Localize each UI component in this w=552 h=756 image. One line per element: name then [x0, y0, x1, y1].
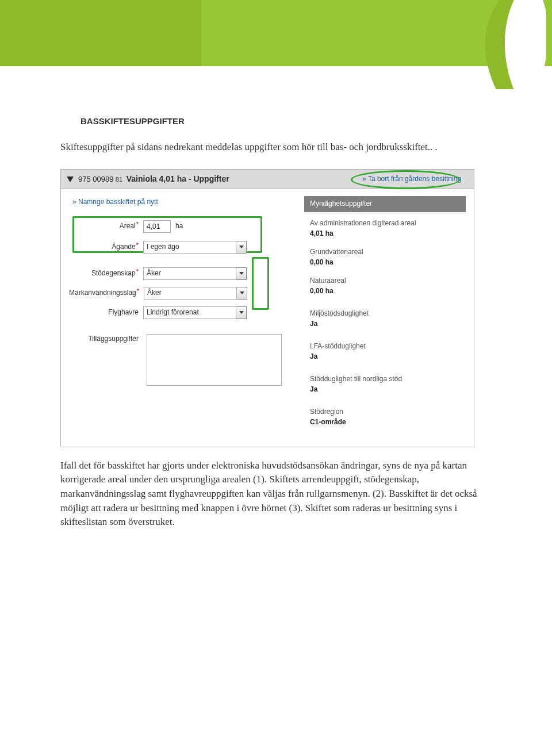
- flyghavre-select[interactable]: Lindrigt förorenat: [143, 306, 247, 319]
- chevron-down-icon[interactable]: [236, 267, 247, 280]
- label-flyghavre: Flyghavre: [69, 308, 140, 317]
- info-label: Av administrationen digiterad areal: [310, 219, 466, 228]
- info-block: LFA-stödduglighetJa: [304, 342, 466, 362]
- info-label: LFA-stödduglighet: [310, 342, 466, 351]
- info-label: Stödregion: [310, 408, 466, 417]
- explain-paragraph: Ifall det för basskiftet har gjorts unde…: [60, 459, 492, 529]
- panel-header-id: 975 00989 81 Vainiola 4,01 ha - Uppgifte…: [78, 173, 229, 185]
- info-block: Stödduglighet till nordliga stödJa: [304, 375, 466, 395]
- info-block: Naturaareal0,00 ha: [304, 277, 466, 297]
- id-primary: 975 00989: [78, 175, 113, 183]
- chevron-down-icon[interactable]: [236, 306, 247, 319]
- info-block: Grundvattenareal0,00 ha: [304, 248, 466, 268]
- myndighet-title: Myndighetsuppgifter: [304, 196, 466, 212]
- info-label: Miljöstödsduglighet: [310, 309, 466, 318]
- agande-select[interactable]: I egen ägo: [143, 241, 247, 254]
- info-value: 0,00 ha: [310, 258, 466, 267]
- intro-paragraph: Skiftesuppgifter på sidans nedrekant med…: [60, 140, 492, 155]
- stodegenskap-select[interactable]: Åker: [143, 267, 247, 280]
- panel-title: Vainiola 4,01 ha - Uppgifter: [126, 174, 229, 183]
- info-value: 4,01 ha: [310, 229, 466, 239]
- tilagg-textarea[interactable]: [147, 334, 282, 386]
- info-value: 0,00 ha: [310, 286, 466, 296]
- info-value: Ja: [310, 352, 466, 362]
- page-header: [0, 0, 552, 89]
- info-value: Ja: [310, 319, 466, 329]
- info-label: Grundvattenareal: [310, 248, 466, 257]
- areal-unit: ha: [175, 221, 183, 231]
- info-block: MiljöstödsduglighetJa: [304, 309, 466, 329]
- header-light-block: [201, 0, 552, 66]
- remove-from-possession-link[interactable]: » Ta bort från gårdens besittning: [362, 174, 461, 184]
- label-tilagg: Tilläggsuppgifter: [69, 334, 140, 344]
- label-areal: Areal*: [69, 221, 140, 231]
- collapse-icon[interactable]: [67, 176, 74, 182]
- markanv-select[interactable]: Åker: [144, 287, 247, 300]
- info-label: Naturaareal: [310, 277, 466, 286]
- info-value: C1-område: [310, 417, 466, 427]
- panel-header[interactable]: 975 00989 81 Vainiola 4,01 ha - Uppgifte…: [61, 170, 474, 189]
- basskifte-panel: 975 00989 81 Vainiola 4,01 ha - Uppgifte…: [60, 169, 474, 447]
- header-dark-block: [0, 0, 201, 66]
- section-heading: BASSKIFTESUPPGIFTER: [80, 115, 492, 128]
- chevron-down-icon[interactable]: [236, 241, 247, 254]
- id-secondary: 81: [116, 176, 122, 183]
- info-label: Stödduglighet till nordliga stöd: [310, 375, 466, 384]
- rename-basskifte-link[interactable]: » Namnge basskiftet på nytt: [72, 197, 158, 207]
- info-block: StödregionC1-område: [304, 408, 466, 428]
- chevron-down-icon[interactable]: [236, 287, 247, 300]
- label-markanv: Markanvändningsslag*: [69, 288, 140, 298]
- info-block: Av administrationen digiterad areal4,01 …: [304, 219, 466, 239]
- info-value: Ja: [310, 385, 466, 394]
- areal-input[interactable]: [143, 220, 171, 233]
- label-stodegenskap: Stödegenskap*: [69, 268, 140, 278]
- label-agande: Ägande*: [69, 242, 140, 252]
